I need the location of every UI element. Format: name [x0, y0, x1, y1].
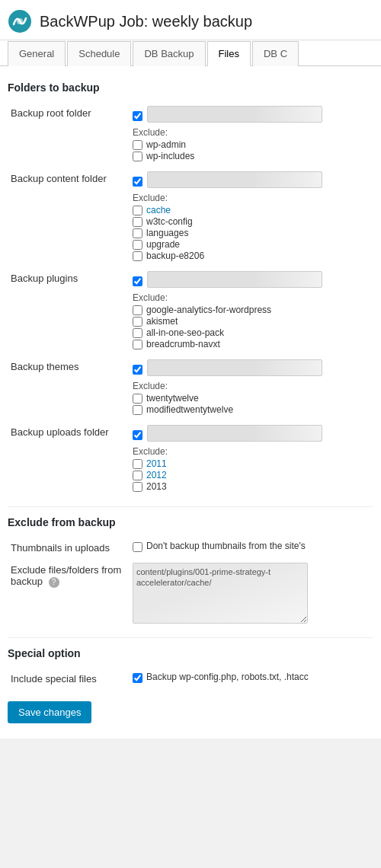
backup-plugins-label: Backup plugins [8, 266, 130, 355]
backup-content-exclude-checkbox-3[interactable] [133, 240, 142, 250]
backup-themes-path [147, 359, 322, 376]
backup-root-exclude-item-0: wp-admin [133, 139, 370, 150]
section-divider-1 [8, 506, 373, 507]
tab-schedule[interactable]: Schedule [67, 41, 131, 66]
backup-root-checkbox-wrap [133, 106, 370, 126]
backup-content-exclude-checkbox-0[interactable] [133, 206, 142, 215]
backup-uploads-field: Exclude: 2011 2012 2013 [133, 425, 370, 493]
backup-content-exclude-text-3: upgrade [146, 239, 180, 250]
special-section-heading: Special option [8, 647, 373, 659]
backup-plugins-exclude-checkbox-2[interactable] [133, 328, 142, 338]
backup-themes-checkbox-wrap [133, 359, 370, 379]
exclude-section-heading: Exclude from backup [8, 516, 373, 528]
backup-root-field: Exclude: wp-admin wp-includes [133, 106, 370, 162]
backup-content-checkbox[interactable] [133, 177, 142, 187]
backup-themes-exclude-checkbox-1[interactable] [133, 405, 142, 415]
backup-root-row: Backup root folder Exclude: wp-admin wp-… [8, 101, 373, 167]
exclude-files-textarea[interactable]: content/plugins/001-prime-strategy-t acc… [133, 563, 308, 624]
backup-plugins-exclude-item-3: breadcrumb-navxt [133, 339, 370, 349]
backup-uploads-row: Backup uploads folder Exclude: 2011 2012 [8, 420, 373, 497]
help-icon[interactable]: ? [49, 577, 59, 588]
exclude-table: Thumbnails in uploads Don't backup thumb… [8, 536, 373, 628]
backup-root-exclude-text-0: wp-admin [146, 139, 186, 150]
backup-content-field: Exclude: cache w3tc-config languages [133, 171, 370, 262]
folders-table: Backup root folder Exclude: wp-admin wp-… [8, 101, 373, 497]
backup-content-exclude-item-2: languages [133, 228, 370, 238]
backup-content-checkbox-wrap [133, 171, 370, 191]
backup-content-row: Backup content folder Exclude: cache w3t… [8, 167, 373, 266]
backup-uploads-exclude-checkbox-1[interactable] [133, 471, 142, 480]
backup-themes-checkbox[interactable] [133, 365, 142, 375]
backup-plugins-exclude-checkbox-1[interactable] [133, 317, 142, 327]
backup-content-exclude-text-1: w3tc-config [146, 216, 193, 227]
tab-db-backup[interactable]: DB Backup [133, 41, 205, 66]
backup-content-exclude-text-2: languages [146, 228, 188, 238]
backup-content-exclude-checkbox-2[interactable] [133, 228, 142, 238]
backup-root-exclude-label: Exclude: [133, 127, 370, 138]
backup-content-exclude-checkbox-1[interactable] [133, 217, 142, 227]
backup-root-exclude-checkbox-1[interactable] [133, 152, 142, 161]
backup-themes-exclude-text-0: twentytwelve [146, 393, 199, 404]
tab-dbc[interactable]: DB C [252, 41, 299, 66]
backup-plugins-field: Exclude: google-analytics-for-wordpress … [133, 271, 370, 350]
backup-content-exclude-item-1: w3tc-config [133, 216, 370, 227]
tab-general[interactable]: General [8, 41, 66, 66]
backup-uploads-exclude-item-2: 2013 [133, 481, 370, 492]
backup-themes-exclude-text-1: modifiedtwentytwelve [146, 404, 233, 415]
include-special-checkbox-label: Backup wp-config.php, robots.txt, .htacc [146, 672, 309, 682]
backup-plugins-checkbox-wrap [133, 271, 370, 291]
backup-plugins-checkbox[interactable] [133, 276, 142, 286]
backup-themes-exclude-checkbox-0[interactable] [133, 394, 142, 404]
thumbnails-label: Thumbnails in uploads [8, 536, 130, 558]
backup-plugins-exclude-text-3: breadcrumb-navxt [146, 339, 220, 349]
exclude-files-textarea-content: content/plugins/001-prime-strategy-t acc… [136, 567, 271, 587]
backup-content-exclude-text-4: backup-e8206 [146, 251, 204, 261]
backup-uploads-label: Backup uploads folder [8, 420, 130, 497]
backup-plugins-exclude-item-2: all-in-one-seo-pack [133, 327, 370, 338]
backup-uploads-exclude-text-0: 2011 [146, 458, 167, 469]
include-special-label: Include special files [8, 667, 130, 689]
backup-root-checkbox[interactable] [133, 111, 142, 121]
page-title: BackWPup Job: weekly backup [40, 13, 252, 30]
backup-root-path [147, 106, 322, 123]
page-header: BackWPup Job: weekly backup [0, 0, 381, 40]
backup-uploads-exclude-text-1: 2012 [146, 470, 167, 480]
backup-plugins-path [147, 271, 322, 288]
exclude-files-label: Exclude files/folders from backup ? [8, 558, 130, 628]
backup-uploads-exclude-label: Exclude: [133, 446, 370, 457]
backup-root-exclude-item-1: wp-includes [133, 151, 370, 161]
backup-plugins-row: Backup plugins Exclude: google-analytics… [8, 266, 373, 355]
backup-root-label: Backup root folder [8, 101, 130, 167]
tab-files[interactable]: Files [207, 41, 251, 66]
backup-uploads-exclude-text-2: 2013 [146, 481, 167, 492]
include-special-checkbox[interactable] [133, 673, 142, 683]
thumbnails-checkbox-label: Don't backup thumbnails from the site's [146, 541, 306, 551]
thumbnails-row: Thumbnails in uploads Don't backup thumb… [8, 536, 373, 558]
special-table: Include special files Backup wp-config.p… [8, 667, 373, 689]
backup-plugins-exclude-text-1: akismet [146, 316, 178, 327]
backup-root-exclude-checkbox-0[interactable] [133, 140, 142, 150]
backup-uploads-checkbox[interactable] [133, 430, 142, 440]
backup-plugins-exclude-checkbox-3[interactable] [133, 340, 142, 349]
backup-themes-row: Backup themes Exclude: twentytwelve modi… [8, 355, 373, 420]
backup-uploads-exclude-checkbox-0[interactable] [133, 459, 142, 469]
backup-themes-label: Backup themes [8, 355, 130, 420]
backup-content-exclude-item-0: cache [133, 205, 370, 215]
backup-content-path [147, 171, 322, 188]
include-special-row: Include special files Backup wp-config.p… [8, 667, 373, 689]
backwpup-icon [8, 9, 32, 34]
backup-themes-exclude-item-1: modifiedtwentytwelve [133, 404, 370, 415]
backup-themes-field: Exclude: twentytwelve modifiedtwentytwel… [133, 359, 370, 416]
backup-content-exclude-checkbox-4[interactable] [133, 251, 142, 261]
backup-plugins-exclude-label: Exclude: [133, 292, 370, 303]
save-button[interactable]: Save changes [8, 701, 91, 723]
backup-plugins-exclude-text-0: google-analytics-for-wordpress [146, 305, 271, 315]
backup-plugins-exclude-checkbox-0[interactable] [133, 305, 142, 315]
backup-plugins-exclude-text-2: all-in-one-seo-pack [146, 327, 224, 338]
svg-point-1 [17, 18, 23, 24]
thumbnails-checkbox[interactable] [133, 542, 142, 552]
backup-uploads-exclude-checkbox-2[interactable] [133, 482, 142, 492]
backup-content-exclude-text-0: cache [146, 205, 171, 215]
section-divider-2 [8, 637, 373, 638]
exclude-files-label-text: Exclude files/folders from backup [11, 564, 121, 587]
